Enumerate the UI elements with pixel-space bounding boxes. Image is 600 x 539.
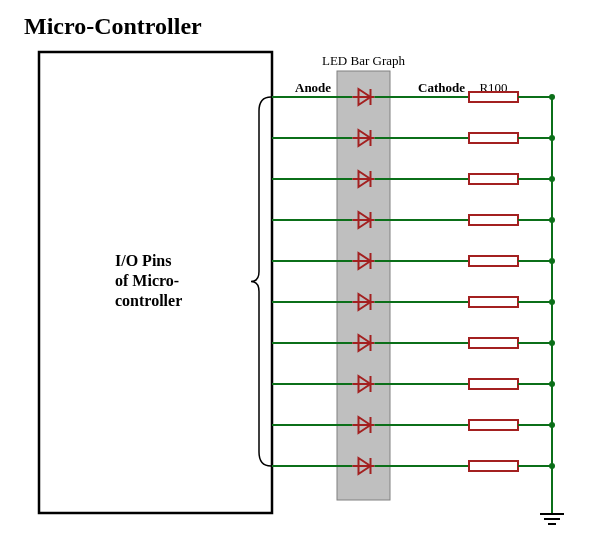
resistor-icon [469,297,518,307]
svg-rect-17 [469,297,518,307]
resistor-icon [469,215,518,225]
svg-rect-14 [469,256,518,266]
bargraph-box [337,71,390,500]
io-pins-label-line: I/O Pins [115,252,171,269]
io-pins-bracket [251,97,271,466]
cathode-label: Cathode [418,80,465,95]
svg-rect-26 [469,420,518,430]
resistor-icon [469,256,518,266]
title: Micro-Controller [24,13,202,39]
svg-rect-23 [469,379,518,389]
svg-rect-29 [469,461,518,471]
diagram-root: Micro-ControllerI/O Pinsof Micro-control… [0,0,600,539]
resistor-icon [469,379,518,389]
ground-icon [540,514,564,524]
svg-rect-20 [469,338,518,348]
resistor-icon [469,461,518,471]
resistor-icon [469,420,518,430]
bargraph-label: LED Bar Graph [322,53,406,68]
svg-rect-11 [469,215,518,225]
resistor-icon [469,338,518,348]
resistor-icon [469,133,518,143]
anode-label: Anode [295,80,331,95]
resistor-icon [469,174,518,184]
svg-rect-5 [469,133,518,143]
io-pins-label-line: controller [115,292,182,309]
svg-rect-8 [469,174,518,184]
io-pins-label-line: of Micro- [115,272,179,289]
schematic-svg: Micro-ControllerI/O Pinsof Micro-control… [0,0,600,539]
